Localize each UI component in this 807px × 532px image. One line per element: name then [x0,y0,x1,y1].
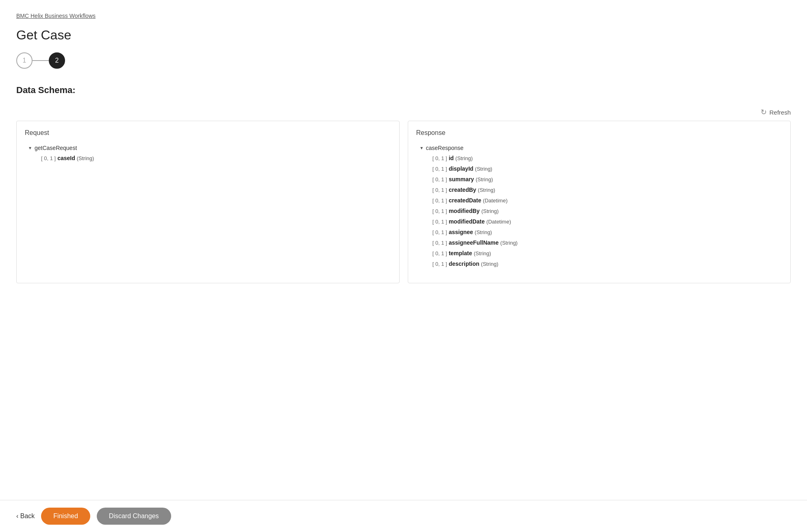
leaf-name: modifiedBy [449,208,480,214]
list-item: [ 0, 1 ] template (String) [433,248,783,258]
leaf-type: (String) [474,250,491,256]
bottom-bar: ‹ Back Finished Discard Changes [0,500,807,532]
refresh-button[interactable]: ↻ Refresh [761,108,791,117]
leaf-bounds: [ 0, 1 ] [433,198,447,204]
response-children: [ 0, 1 ] id (String) [ 0, 1 ] displayId … [420,153,783,269]
response-tree: ▾ caseResponse [ 0, 1 ] id (String) [ 0,… [416,143,783,269]
leaf-name: modifiedDate [449,218,485,225]
leaf-type: (String) [481,208,499,214]
leaf-name: id [449,155,454,161]
breadcrumb-link[interactable]: BMC Helix Business Workflows [16,13,96,19]
schema-panels: Request ▾ getCaseRequest [ 0, 1 ] caseId… [16,121,791,283]
leaf-type: (String) [476,176,493,182]
page-container: BMC Helix Business Workflows Get Case 1 … [0,0,807,532]
request-children: [ 0, 1 ] caseId (String) [29,153,391,163]
leaf-name: caseId [57,155,75,161]
list-item: [ 0, 1 ] description (String) [433,258,783,269]
leaf-name: description [449,261,479,267]
steps-container: 1 2 [16,52,791,69]
request-panel-label: Request [25,129,391,137]
request-panel: Request ▾ getCaseRequest [ 0, 1 ] caseId… [16,121,400,283]
list-item: [ 0, 1 ] createdBy (String) [433,185,783,195]
list-item: [ 0, 1 ] modifiedBy (String) [433,206,783,216]
refresh-icon: ↻ [761,108,767,117]
leaf-bounds: [ 0, 1 ] [433,155,447,161]
chevron-down-icon: ▾ [29,145,31,151]
leaf-bounds: [ 0, 1 ] [433,187,447,193]
finished-button[interactable]: Finished [41,508,90,525]
leaf-type: (Datetime) [483,198,508,204]
leaf-type: (String) [481,261,498,267]
leaf-name: template [449,250,472,256]
leaf-name: createdBy [449,187,476,193]
leaf-type: (Datetime) [486,219,511,225]
leaf-type: (String) [500,240,518,246]
leaf-name: createdDate [449,197,481,204]
leaf-bounds: [ 0, 1 ] [433,166,447,172]
step-line [33,60,49,61]
list-item: [ 0, 1 ] caseId (String) [41,153,391,163]
list-item: [ 0, 1 ] createdDate (Datetime) [433,195,783,206]
refresh-row: ↻ Refresh [16,108,791,117]
request-root-node: ▾ getCaseRequest [ 0, 1 ] caseId (String… [29,143,391,163]
leaf-bounds: [ 0, 1 ] [433,176,447,182]
request-tree: ▾ getCaseRequest [ 0, 1 ] caseId (String… [25,143,391,163]
request-root-header[interactable]: ▾ getCaseRequest [29,143,391,153]
request-root-name: getCaseRequest [35,145,77,151]
response-root-node: ▾ caseResponse [ 0, 1 ] id (String) [ 0,… [420,143,783,269]
list-item: [ 0, 1 ] displayId (String) [433,163,783,174]
leaf-type: (String) [455,155,473,161]
response-root-name: caseResponse [426,145,464,151]
leaf-name: assigneeFullName [449,239,499,246]
list-item: [ 0, 1 ] modifiedDate (Datetime) [433,216,783,227]
page-title: Get Case [16,28,791,43]
leaf-name: assignee [449,229,473,235]
leaf-bounds: [ 0, 1 ] [433,250,447,256]
step-1[interactable]: 1 [16,52,33,69]
response-panel-label: Response [416,129,783,137]
leaf-bounds: [ 0, 1 ] [433,229,447,235]
leaf-bounds: [ 0, 1 ] [433,261,447,267]
response-panel: Response ▾ caseResponse [ 0, 1 ] id (Str… [408,121,791,283]
leaf-name: displayId [449,165,474,172]
leaf-bounds: [ 0, 1 ] [433,240,447,246]
data-schema-title: Data Schema: [16,85,791,96]
response-root-header[interactable]: ▾ caseResponse [420,143,783,153]
breadcrumb: BMC Helix Business Workflows [16,12,791,20]
back-button[interactable]: ‹ Back [16,512,35,520]
list-item: [ 0, 1 ] assignee (String) [433,227,783,237]
leaf-type: (String) [475,166,492,172]
leaf-bounds: [ 0, 1 ] [41,155,56,161]
step-2[interactable]: 2 [49,52,65,69]
list-item: [ 0, 1 ] summary (String) [433,174,783,185]
chevron-down-icon: ▾ [420,145,423,151]
leaf-type: (String) [478,187,495,193]
list-item: [ 0, 1 ] id (String) [433,153,783,163]
leaf-name: summary [449,176,474,182]
discard-changes-button[interactable]: Discard Changes [97,508,171,525]
leaf-type: (String) [77,155,94,161]
list-item: [ 0, 1 ] assigneeFullName (String) [433,237,783,248]
leaf-bounds: [ 0, 1 ] [433,208,447,214]
leaf-type: (String) [475,229,492,235]
leaf-bounds: [ 0, 1 ] [433,219,447,225]
